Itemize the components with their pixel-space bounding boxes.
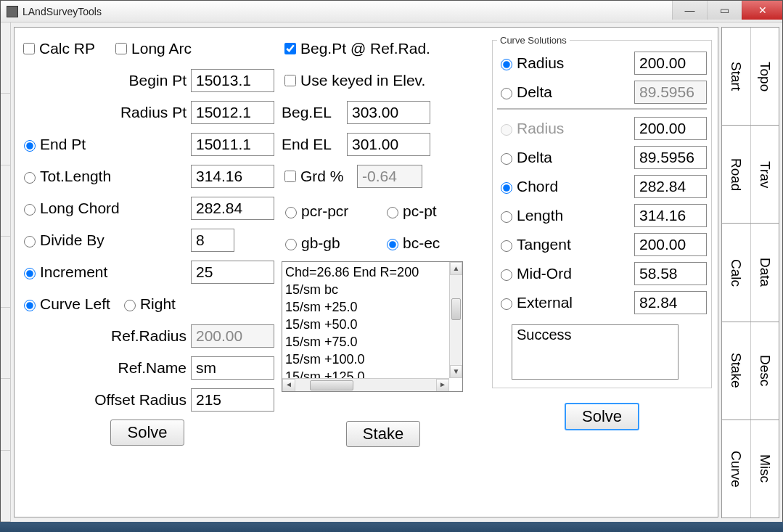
curve-left-radio[interactable]: Curve Left xyxy=(20,295,110,313)
end-el-input[interactable] xyxy=(347,133,430,156)
side-tabs: Start Topo Road Trav Calc Data Stake Des… xyxy=(721,27,779,517)
end-el-label: End EL xyxy=(282,136,347,153)
divide-by-radio[interactable]: Divide By xyxy=(20,232,188,249)
ref-name-input[interactable] xyxy=(191,356,274,380)
offset-radius-input[interactable] xyxy=(191,388,274,412)
delta2-radio[interactable]: Delta xyxy=(497,149,627,166)
maximize-button[interactable]: ▭ xyxy=(707,1,742,20)
beg-pt-refrad-checkbox[interactable]: Beg.Pt @ Ref.Rad. xyxy=(282,40,430,57)
list-item[interactable]: 15/sm +50.0 xyxy=(285,316,459,333)
column-right: Curve Solutions Radius Delta xyxy=(492,35,712,510)
scroll-left-icon[interactable]: ◄ xyxy=(282,379,295,392)
external-radio[interactable]: External xyxy=(497,294,627,311)
ref-radius-label: Ref.Radius xyxy=(20,327,191,345)
radius-pt-input[interactable] xyxy=(191,101,274,124)
list-item[interactable]: Chd=26.86 End R=200 xyxy=(285,263,459,281)
bc-ec-radio[interactable]: bc-ec xyxy=(383,234,482,252)
end-pt-radio[interactable]: End Pt xyxy=(20,136,188,153)
delta1-input xyxy=(634,81,707,104)
radius-pt-label: Radius Pt xyxy=(20,104,191,121)
use-keyed-elev-checkbox[interactable]: Use keyed in Elev. xyxy=(282,72,425,89)
end-pt-input[interactable] xyxy=(191,133,274,156)
tot-length-input[interactable] xyxy=(191,165,274,188)
chord-input[interactable] xyxy=(634,175,707,198)
divide-by-input[interactable] xyxy=(191,229,234,252)
tab-start[interactable]: Start xyxy=(722,28,750,125)
tab-misc[interactable]: Misc xyxy=(750,420,779,517)
scroll-thumb-h[interactable] xyxy=(310,380,353,390)
pc-pt-radio[interactable]: pc-pt xyxy=(383,202,482,220)
left-strip xyxy=(1,22,11,522)
calc-rp-checkbox[interactable]: Calc RP xyxy=(20,40,95,57)
taskbar[interactable] xyxy=(0,522,783,532)
list-item[interactable]: 15/sm +100.0 xyxy=(285,351,459,368)
titlebar[interactable]: LAndSurveyTools — ▭ ✕ xyxy=(1,1,782,22)
tab-data[interactable]: Data xyxy=(750,224,779,321)
list-item[interactable]: 15/sm bc xyxy=(285,281,459,298)
tab-trav[interactable]: Trav xyxy=(750,126,779,223)
tot-length-radio[interactable]: Tot.Length xyxy=(20,168,188,185)
beg-el-input[interactable] xyxy=(347,101,430,124)
scroll-thumb[interactable] xyxy=(451,298,461,320)
long-arc-checkbox[interactable]: Long Arc xyxy=(112,40,192,57)
column-middle: Beg.Pt @ Ref.Rad. Use keyed in Elev. Beg… xyxy=(282,35,492,510)
horizontal-scrollbar[interactable]: ◄ ► xyxy=(282,378,449,391)
tab-desc[interactable]: Desc xyxy=(750,322,779,420)
curve-right-radio[interactable]: Right xyxy=(120,295,176,313)
begin-pt-label: Begin Pt xyxy=(20,72,191,89)
divider xyxy=(497,108,707,110)
external-input[interactable] xyxy=(634,291,707,314)
window-buttons: — ▭ ✕ xyxy=(672,1,782,20)
beg-el-label: Beg.EL xyxy=(282,104,347,121)
chord-radio[interactable]: Chord xyxy=(497,178,627,195)
gb-gb-radio[interactable]: gb-gb xyxy=(282,234,380,252)
minimize-button[interactable]: — xyxy=(672,1,707,20)
midord-input[interactable] xyxy=(634,262,707,285)
close-button[interactable]: ✕ xyxy=(742,1,782,20)
solve-left-button[interactable]: Solve xyxy=(110,420,184,446)
grd-input xyxy=(357,165,422,188)
tangent-input[interactable] xyxy=(634,233,707,256)
tab-topo[interactable]: Topo xyxy=(750,28,779,125)
curve-solutions-group: Curve Solutions Radius Delta xyxy=(492,35,712,388)
grd-checkbox[interactable]: Grd % xyxy=(282,168,354,185)
vertical-scrollbar[interactable]: ▲ ▼ xyxy=(449,262,462,378)
pcr-pcr-radio[interactable]: pcr-pcr xyxy=(282,202,380,220)
column-left: Calc RP Long Arc Begin Pt Radius Pt xyxy=(20,35,282,510)
delta1-radio[interactable]: Delta xyxy=(497,83,627,101)
radius1-input[interactable] xyxy=(634,52,707,75)
ref-name-label: Ref.Name xyxy=(20,359,191,377)
ref-radius-input xyxy=(191,324,274,348)
solve-right-button[interactable]: Solve xyxy=(565,403,639,430)
scroll-down-icon[interactable]: ▼ xyxy=(450,365,462,378)
app-window: LAndSurveyTools — ▭ ✕ Calc RP Long Arc xyxy=(0,0,783,523)
list-item[interactable]: 15/sm +25.0 xyxy=(285,298,459,316)
content-area: Calc RP Long Arc Begin Pt Radius Pt xyxy=(1,22,782,522)
length-input[interactable] xyxy=(634,204,707,227)
long-chord-input[interactable] xyxy=(191,197,274,220)
tab-calc[interactable]: Calc xyxy=(722,224,750,321)
long-chord-radio[interactable]: Long Chord xyxy=(20,200,188,217)
scroll-up-icon[interactable]: ▲ xyxy=(450,262,462,275)
offset-radius-label: Offset Radius xyxy=(20,391,191,409)
tangent-radio[interactable]: Tangent xyxy=(497,236,627,253)
scroll-right-icon[interactable]: ► xyxy=(436,379,449,392)
length-radio[interactable]: Length xyxy=(497,207,627,224)
radius2-input[interactable] xyxy=(634,117,707,140)
increment-radio[interactable]: Increment xyxy=(20,263,188,281)
tab-stake[interactable]: Stake xyxy=(722,322,750,420)
stake-listbox[interactable]: Chd=26.86 End R=200 15/sm bc 15/sm +25.0… xyxy=(282,261,463,392)
list-item[interactable]: 15/sm +75.0 xyxy=(285,333,459,351)
delta2-input[interactable] xyxy=(634,146,707,169)
radius1-radio[interactable]: Radius xyxy=(497,54,627,72)
curve-solutions-legend: Curve Solutions xyxy=(497,35,570,46)
midord-radio[interactable]: Mid-Ord xyxy=(497,265,627,282)
stake-button[interactable]: Stake xyxy=(346,421,420,447)
app-icon xyxy=(7,6,18,17)
tab-road[interactable]: Road xyxy=(722,126,750,223)
radius2-radio: Radius xyxy=(497,120,627,137)
tab-curve[interactable]: Curve xyxy=(722,420,750,517)
status-textarea: Success xyxy=(512,324,679,380)
increment-input[interactable] xyxy=(191,261,274,284)
begin-pt-input[interactable] xyxy=(191,69,274,92)
